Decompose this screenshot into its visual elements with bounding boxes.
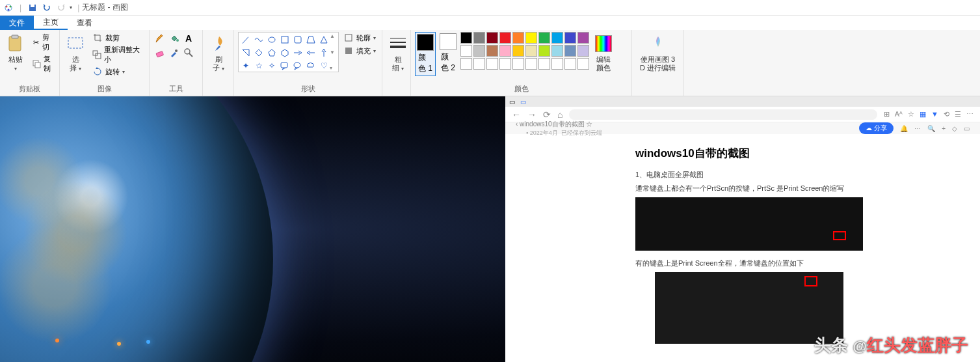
eraser-tool[interactable]	[153, 46, 166, 59]
color-swatch[interactable]	[525, 58, 537, 70]
shape-outline-button[interactable]: 轮廓 ▾	[341, 32, 378, 44]
shapes-gallery[interactable]: ／ ✦ ☆ ✧	[238, 32, 339, 72]
cut-button[interactable]: ✂剪切	[30, 32, 55, 53]
eyedropper-tool[interactable]	[168, 46, 181, 59]
shapes-more-icon[interactable]: ▾	[330, 65, 338, 71]
color-swatch[interactable]	[499, 32, 511, 44]
fav-icon[interactable]: ☆	[908, 110, 914, 118]
magnifier-tool[interactable]	[182, 46, 195, 59]
paint3d-button[interactable]: 使用画图 3 D 进行编辑	[636, 32, 680, 74]
redo-icon[interactable]	[55, 2, 67, 14]
color-swatch[interactable]	[512, 45, 524, 57]
fill-tool[interactable]	[168, 32, 181, 45]
plus-icon[interactable]: +	[942, 125, 946, 132]
color-swatch[interactable]	[564, 45, 576, 57]
color-swatch[interactable]	[551, 58, 563, 70]
color-swatch[interactable]	[499, 45, 511, 57]
tab-file[interactable]: 文件	[0, 16, 34, 30]
color-swatch[interactable]	[525, 32, 537, 44]
svg-rect-27	[281, 63, 287, 68]
thickness-button[interactable]: 粗 细 ▾	[386, 32, 410, 74]
search-icon[interactable]: 🔍	[927, 125, 935, 132]
group-label	[386, 92, 406, 94]
clock-icon[interactable]: ◇	[952, 125, 957, 132]
title-bar: | ▾ | 无标题 - 画图	[0, 0, 980, 16]
color-swatch[interactable]	[512, 58, 524, 70]
crop-button[interactable]: 裁剪	[90, 32, 145, 44]
refresh-icon[interactable]: ⟳	[543, 109, 551, 120]
group-brushes: 刷 子 ▾	[203, 30, 234, 96]
color-swatch[interactable]	[577, 58, 589, 70]
shapes-down-icon[interactable]: ▼	[330, 49, 338, 55]
share-button[interactable]: ☁ 分享	[859, 122, 894, 134]
color1-button[interactable]: 颜 色 1	[415, 32, 436, 76]
shape-fill-button[interactable]: 填充 ▾	[341, 45, 378, 57]
resize-button[interactable]: 重新调整大小	[90, 44, 145, 65]
copy-button[interactable]: 复制	[30, 53, 55, 74]
color-swatch[interactable]	[512, 32, 524, 44]
color-swatch[interactable]	[460, 32, 472, 44]
address-bar[interactable]	[569, 109, 877, 120]
tab-home[interactable]: 主页	[34, 16, 68, 30]
pencil-tool[interactable]	[153, 32, 166, 45]
rotate-button[interactable]: 旋转 ▾	[90, 66, 145, 77]
svg-rect-20	[295, 36, 301, 43]
color-swatch[interactable]	[473, 58, 485, 70]
text-tool[interactable]: A	[182, 32, 195, 45]
color-swatch[interactable]	[486, 32, 498, 44]
color-swatch[interactable]	[499, 58, 511, 70]
group-label	[636, 92, 680, 94]
svg-point-16	[185, 49, 190, 54]
color2-button[interactable]: 颜 色 2	[438, 32, 458, 75]
aa-icon[interactable]: Aᴬ	[895, 110, 903, 118]
undo-icon[interactable]	[41, 2, 53, 14]
article-text: 通常键盘上都会有一个PrtScn的按键，PrtSc 是Print Screen的…	[635, 184, 960, 193]
svg-marker-25	[269, 49, 275, 56]
collections-icon[interactable]: ▦	[920, 110, 926, 118]
canvas-area[interactable]: ▭ ▭ ← → ⟳ ⌂ ⊞ Aᴬ ☆ ▦ ▼ ⟲ ☰ ⋯	[0, 96, 980, 362]
svg-point-1	[6, 5, 8, 7]
color-swatch[interactable]	[564, 32, 576, 44]
color-swatch[interactable]	[460, 45, 472, 57]
download-icon[interactable]: ▼	[931, 110, 938, 118]
sync-icon[interactable]: ⟲	[944, 110, 949, 118]
ribbon-tabs: 文件 主页 查看	[0, 16, 980, 30]
color-swatch[interactable]	[551, 32, 563, 44]
ribbon: 粘贴▾ ✂剪切 复制 剪贴板 选 择 ▾ 裁剪 重新调整大小 旋转 ▾ 图像	[0, 30, 980, 96]
color-swatch[interactable]	[460, 58, 472, 70]
page-crumb[interactable]: windows10自带的截图	[520, 120, 584, 128]
brushes-button[interactable]: 刷 子 ▾	[207, 32, 230, 74]
color-swatch[interactable]	[577, 32, 589, 44]
color-swatch[interactable]	[551, 45, 563, 57]
more-icon[interactable]: ⋯	[914, 125, 921, 132]
edit-colors-button[interactable]: 编辑 颜色	[592, 32, 615, 74]
paste-button[interactable]: 粘贴▾	[4, 32, 27, 74]
bell-icon[interactable]: 🔔	[900, 125, 908, 132]
color-swatch[interactable]	[564, 58, 576, 70]
color-swatch[interactable]	[577, 45, 589, 57]
color-swatch[interactable]	[473, 45, 485, 57]
color-swatch[interactable]	[473, 32, 485, 44]
color-swatch[interactable]	[538, 58, 550, 70]
tab-view[interactable]: 查看	[68, 16, 101, 30]
back-icon[interactable]: ←	[512, 109, 521, 120]
group-image: 选 择 ▾ 裁剪 重新调整大小 旋转 ▾ 图像	[60, 30, 150, 96]
shapes-up-icon[interactable]: ▲	[330, 33, 338, 39]
menu-icon[interactable]: ▭	[964, 125, 970, 132]
color-swatch[interactable]	[486, 45, 498, 57]
color-swatch[interactable]	[486, 58, 498, 70]
svg-point-28	[294, 63, 300, 68]
color-swatch[interactable]	[525, 45, 537, 57]
save-icon[interactable]	[27, 2, 38, 14]
qat-dropdown-icon[interactable]: ▾	[70, 5, 72, 10]
svg-rect-7	[12, 35, 18, 38]
ext-icon[interactable]: ⊞	[884, 110, 890, 118]
select-button[interactable]: 选 择 ▾	[64, 32, 88, 74]
forward-icon[interactable]: →	[527, 109, 536, 120]
color-swatch[interactable]	[538, 32, 550, 44]
more-icon[interactable]: ⋯	[966, 110, 973, 118]
home-icon[interactable]: ⌂	[557, 109, 563, 120]
profile-icon[interactable]: ☰	[955, 110, 961, 118]
color-swatch[interactable]	[538, 45, 550, 57]
browser-tabs[interactable]: ▭ ▭	[505, 96, 980, 107]
